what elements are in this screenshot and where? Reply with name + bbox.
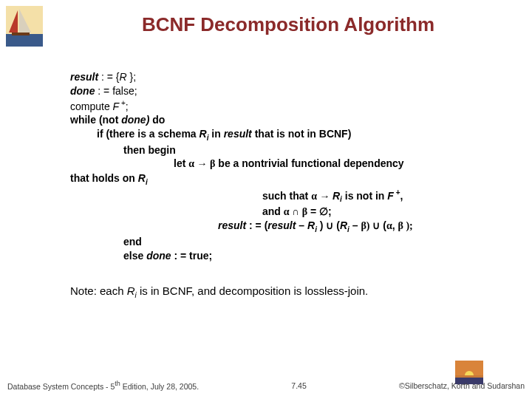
algo-line-8: that holds on Ri	[70, 171, 517, 187]
algo-line-1: result : = {R };	[70, 70, 517, 84]
algorithm-body: result : = {R }; done : = false; compute…	[70, 70, 517, 300]
algo-line-7: let α → β be a nontrivial functional dep…	[70, 157, 517, 171]
footer: Database System Concepts - 5th Edition, …	[0, 362, 532, 392]
note-line: Note: each Ri is in BCNF, and decomposit…	[70, 284, 517, 301]
algo-line-5: if (there is a schema Ri in result that …	[70, 127, 517, 143]
footer-page-number: 7.45	[270, 381, 329, 390]
algo-line-11: result : = (result – Ri ) ∪ (Ri – β) ∪ (…	[70, 219, 517, 234]
algo-line-9: such that α → Ri is not in F +,	[70, 188, 517, 205]
slide-title: BCNF Decomposition Algorithm	[0, 0, 532, 44]
svg-rect-1	[6, 34, 43, 47]
algo-line-3: compute F +;	[70, 98, 517, 114]
footer-left: Database System Concepts - 5th Edition, …	[7, 380, 199, 391]
algo-line-2: done : = false;	[70, 84, 517, 98]
footer-copyright: ©Silberschatz, Korth and Sudarshan	[399, 381, 525, 390]
algo-line-12: end	[70, 235, 517, 249]
algo-line-13: else done : = true;	[70, 249, 517, 263]
algo-line-6: then begin	[70, 143, 517, 157]
sailboat-icon	[6, 6, 43, 47]
svg-rect-4	[12, 33, 30, 35]
algo-line-4: while (not done) do	[70, 113, 517, 127]
algo-line-10: and α ∩ β = ∅;	[70, 205, 517, 219]
